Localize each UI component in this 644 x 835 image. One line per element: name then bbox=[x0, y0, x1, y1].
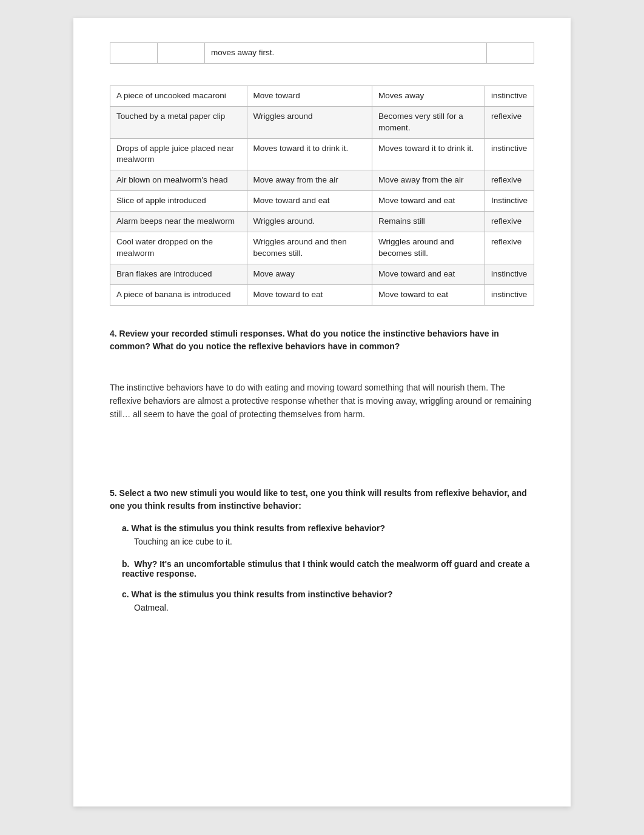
q5-sub-a-label: a. What is the stimulus you think result… bbox=[122, 523, 534, 533]
table-cell-predicted: Wriggles around and then becomes still. bbox=[247, 232, 372, 264]
table-cell-predicted: Move away bbox=[247, 264, 372, 284]
table-cell-type: reflexive bbox=[485, 106, 534, 138]
q4-number: 4. bbox=[110, 329, 117, 338]
table-cell-predicted: Move away from the air bbox=[247, 170, 372, 191]
table-row: A piece of uncooked macaroniMove towardM… bbox=[110, 86, 534, 106]
table-row: Touched by a metal paper clipWriggles ar… bbox=[110, 106, 534, 138]
stimuli-table: moves away first. bbox=[110, 42, 534, 64]
q5-sub-b-text: It's an uncomfortable stimulus that I th… bbox=[122, 559, 529, 578]
q5-sub-c-label: c. What is the stimulus you think result… bbox=[122, 589, 534, 599]
table-cell-type: reflexive bbox=[485, 170, 534, 191]
table-cell-stimulus: Cool water dropped on the mealworm bbox=[110, 232, 247, 264]
table-row: Bran flakes are introducedMove awayMove … bbox=[110, 264, 534, 284]
table-cell-predicted: Move toward bbox=[247, 86, 372, 106]
q4-answer: The instinctive behaviors have to do wit… bbox=[110, 381, 534, 421]
main-stimuli-table: A piece of uncooked macaroniMove towardM… bbox=[110, 86, 534, 306]
table-cell-observed: Remains still bbox=[372, 212, 485, 232]
table-cell-predicted: Moves toward it to drink it. bbox=[247, 138, 372, 170]
table-cell-stimulus: Drops of apple juice placed near mealwor… bbox=[110, 138, 247, 170]
q5-sub-b-bold: Why? bbox=[134, 559, 157, 569]
q5-text: Select a two new stimuli you would like … bbox=[110, 488, 527, 511]
q5-sub-c: c. What is the stimulus you think result… bbox=[122, 589, 534, 614]
question-4-label: 4. Review your recorded stimuli response… bbox=[110, 327, 534, 353]
table-cell-type: instinctive bbox=[485, 264, 534, 284]
table-cell-stimulus: Bran flakes are introduced bbox=[110, 264, 247, 284]
table-cell-type: Instinctive bbox=[485, 191, 534, 212]
q5-number: 5. bbox=[110, 488, 117, 498]
table-cell-observed: Becomes very still for a moment. bbox=[372, 106, 485, 138]
table-cell-observed: Move toward and eat bbox=[372, 191, 485, 212]
q5-sub-a-answer: Touching an ice cube to it. bbox=[134, 535, 534, 548]
q5-sub-b: b. Why? It's an uncomfortable stimulus t… bbox=[122, 559, 534, 578]
cell-partial-3: moves away first. bbox=[204, 43, 486, 64]
table-cell-stimulus: Touched by a metal paper clip bbox=[110, 106, 247, 138]
table-row-partial: moves away first. bbox=[110, 43, 534, 64]
table-cell-type: instinctive bbox=[485, 138, 534, 170]
table-cell-predicted: Wriggles around. bbox=[247, 212, 372, 232]
table-cell-observed: Wriggles around and becomes still. bbox=[372, 232, 485, 264]
question-5: 5. Select a two new stimuli you would li… bbox=[110, 487, 534, 614]
page: moves away first. A piece of uncooked ma… bbox=[73, 18, 571, 806]
table-row: Drops of apple juice placed near mealwor… bbox=[110, 138, 534, 170]
table-cell-observed: Move away from the air bbox=[372, 170, 485, 191]
table-row: Slice of apple introducedMove toward and… bbox=[110, 191, 534, 212]
table-cell-observed: Moves away bbox=[372, 86, 485, 106]
question-5-label: 5. Select a two new stimuli you would li… bbox=[110, 487, 534, 512]
q5-sub-a: a. What is the stimulus you think result… bbox=[122, 523, 534, 548]
table-cell-predicted: Move toward and eat bbox=[247, 191, 372, 212]
cell-partial-1 bbox=[110, 43, 158, 64]
q5-sub-b-prefix: b. bbox=[122, 559, 134, 569]
table-row: Alarm beeps near the mealwormWriggles ar… bbox=[110, 212, 534, 232]
table-cell-stimulus: Slice of apple introduced bbox=[110, 191, 247, 212]
table-cell-type: instinctive bbox=[485, 86, 534, 106]
cell-partial-4 bbox=[487, 43, 534, 64]
table-row: Cool water dropped on the mealwormWriggl… bbox=[110, 232, 534, 264]
q4-text: Review your recorded stimuli responses. … bbox=[110, 329, 499, 351]
q5-sub-b-label: b. Why? It's an uncomfortable stimulus t… bbox=[122, 559, 534, 578]
table-cell-type: reflexive bbox=[485, 212, 534, 232]
table-cell-type: reflexive bbox=[485, 232, 534, 264]
q5-sub-c-answer: Oatmeal. bbox=[134, 602, 534, 614]
table-cell-stimulus: Air blown on mealworm's head bbox=[110, 170, 247, 191]
table-cell-type: instinctive bbox=[485, 284, 534, 305]
table-cell-stimulus: A piece of uncooked macaroni bbox=[110, 86, 247, 106]
table-row: A piece of banana is introducedMove towa… bbox=[110, 284, 534, 305]
table-cell-stimulus: Alarm beeps near the mealworm bbox=[110, 212, 247, 232]
table-row: Air blown on mealworm's headMove away fr… bbox=[110, 170, 534, 191]
table-cell-stimulus: A piece of banana is introduced bbox=[110, 284, 247, 305]
question-4: 4. Review your recorded stimuli response… bbox=[110, 327, 534, 421]
cell-partial-2 bbox=[157, 43, 204, 64]
table-cell-predicted: Move toward to eat bbox=[247, 284, 372, 305]
table-cell-observed: Move toward and eat bbox=[372, 264, 485, 284]
table-cell-predicted: Wriggles around bbox=[247, 106, 372, 138]
table-cell-observed: Move toward to eat bbox=[372, 284, 485, 305]
table-cell-observed: Moves toward it to drink it. bbox=[372, 138, 485, 170]
